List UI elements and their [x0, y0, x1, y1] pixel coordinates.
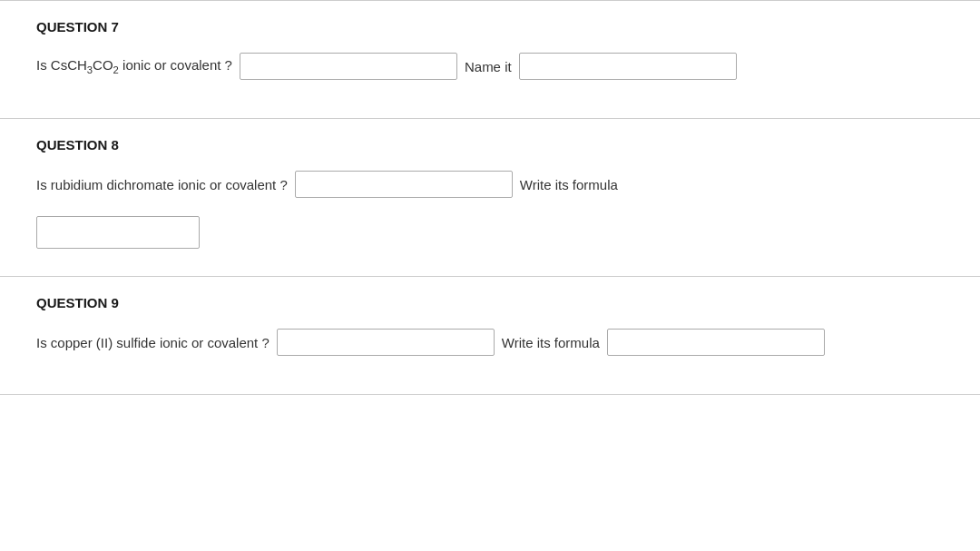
q7-name-input[interactable]: [519, 53, 737, 80]
q8-prompt: Is rubidium dichromate ionic or covalent…: [36, 177, 288, 192]
q9-ionic-covalent-input[interactable]: [277, 329, 495, 356]
q9-prompt: Is copper (II) sulfide ionic or covalent…: [36, 335, 270, 350]
q9-formula-label: Write its formula: [502, 335, 600, 350]
q8-ionic-covalent-input[interactable]: [295, 171, 513, 198]
q7-prompt: Is CsCH3CO2 ionic or covalent ?: [36, 57, 232, 75]
question-7-section: QUESTION 7 Is CsCH3CO2 ionic or covalent…: [0, 0, 980, 119]
q8-formula-input[interactable]: [36, 216, 200, 249]
page-container: QUESTION 7 Is CsCH3CO2 ionic or covalent…: [0, 0, 980, 395]
q7-ionic-covalent-input[interactable]: [240, 53, 457, 80]
q8-formula-row: [36, 209, 944, 249]
question-7-row: Is CsCH3CO2 ionic or covalent ? Name it: [36, 53, 944, 80]
question-8-row: Is rubidium dichromate ionic or covalent…: [36, 171, 944, 198]
q7-name-label: Name it: [465, 59, 512, 74]
question-9-row: Is copper (II) sulfide ionic or covalent…: [36, 329, 944, 356]
q9-formula-input[interactable]: [607, 329, 825, 356]
question-8-title: QUESTION 8: [36, 137, 944, 153]
q8-formula-label: Write its formula: [520, 177, 618, 192]
question-9-section: QUESTION 9 Is copper (II) sulfide ionic …: [0, 277, 980, 395]
question-7-title: QUESTION 7: [36, 19, 944, 34]
question-8-section: QUESTION 8 Is rubidium dichromate ionic …: [0, 119, 980, 277]
question-9-title: QUESTION 9: [36, 295, 944, 310]
